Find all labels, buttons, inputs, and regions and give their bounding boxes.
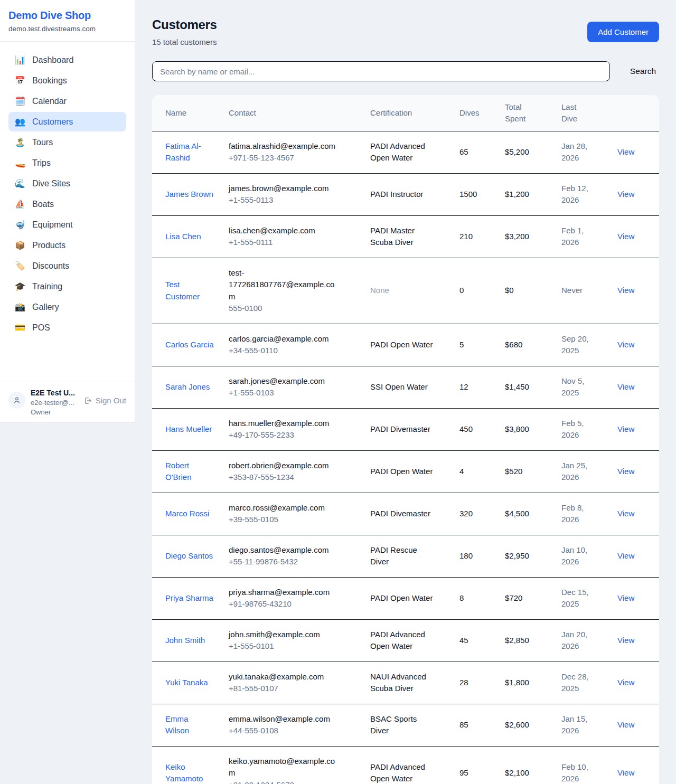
customer-total-spent: $2,600 [505,720,529,729]
shop-domain: demo.test.divestreams.com [8,25,126,33]
sidebar-item-dashboard[interactable]: 📊 Dashboard [8,50,126,70]
customer-dives: 95 [459,768,468,777]
customer-dives: 65 [459,147,468,156]
user-section: E2E Test U... e2e-tester@... Owner Sign … [0,382,135,422]
customer-certification: PADI Advanced Open Water [370,140,435,164]
sidebar-item-pos[interactable]: 💳 POS [8,318,126,337]
customer-last-dive: Dec 28, 2025 [561,671,595,695]
table-row: Test Customer test-1772681807767@example… [152,258,659,324]
search-button[interactable]: Search [630,67,656,76]
sidebar-item-calendar[interactable]: 🗓️ Calendar [8,91,126,111]
table-row: Carlos Garcia carlos.garcia@example.com … [152,324,659,366]
customer-phone: +81-555-0107 [229,683,366,695]
customer-name-link[interactable]: Carlos Garcia [165,339,214,351]
sidebar-item-training[interactable]: 🎓 Training [8,277,126,296]
sidebar-item-bookings[interactable]: 📅 Bookings [8,71,126,90]
customer-total-spent: $520 [505,467,522,476]
customer-name-link[interactable]: Test Customer [165,279,214,303]
column-header-name: Name [152,95,229,131]
customer-name-link[interactable]: Yuki Tanaka [165,677,208,689]
customer-name-link[interactable]: Diego Santos [165,550,213,562]
customer-certification: PADI Instructor [370,188,424,201]
customer-last-dive: Jan 10, 2026 [561,544,595,568]
customer-email: carlos.garcia@example.com [229,333,341,345]
customer-total-spent: $1,450 [505,382,529,391]
customer-dives: 5 [459,340,464,349]
page-title: Customers [152,17,217,32]
customer-name-link[interactable]: Hans Mueller [165,423,212,436]
add-customer-button[interactable]: Add Customer [587,22,659,42]
customer-dives: 210 [459,232,473,241]
sidebar-item-discounts[interactable]: 🏷️ Discounts [8,256,126,276]
customer-certification: PADI Open Water [370,339,433,351]
sidebar-item-tours[interactable]: 🏝️ Tours [8,133,126,152]
sidebar-item-dive-sites[interactable]: 🌊 Dive Sites [8,174,126,193]
customer-name-link[interactable]: James Brown [165,188,213,201]
user-name: E2E Test U... [31,389,78,397]
customer-certification: PADI Open Water [370,466,433,478]
customer-last-dive: Feb 5, 2026 [561,418,595,441]
view-link[interactable]: View [617,190,634,199]
view-link[interactable]: View [617,424,634,433]
avatar [8,392,25,409]
customer-certification: PADI Divemaster [370,423,430,436]
customer-total-spent: $5,200 [505,147,529,156]
customer-name-link[interactable]: Priya Sharma [165,592,213,604]
table-row: James Brown james.brown@example.com +1-5… [152,173,659,215]
customer-certification: PADI Master Scuba Diver [370,225,435,249]
sign-out-button[interactable]: Sign Out [83,396,126,405]
customer-name-link[interactable]: Fatima Al-Rashid [165,140,214,164]
sidebar-item-boats[interactable]: ⛵ Boats [8,194,126,214]
view-link[interactable]: View [617,678,634,687]
customer-name-link[interactable]: John Smith [165,635,205,647]
customer-total-spent: $2,100 [505,768,529,777]
customer-email: marco.rossi@example.com [229,502,341,514]
customer-total-spent: $4,500 [505,509,529,518]
view-link[interactable]: View [617,467,634,476]
customer-total-spent: $1,800 [505,678,529,687]
customer-name-link[interactable]: Sarah Jones [165,381,210,393]
customer-name-link[interactable]: Emma Wilson [165,713,214,737]
view-link[interactable]: View [617,509,634,518]
customer-total-spent: $3,200 [505,232,529,241]
sidebar-item-equipment[interactable]: 🤿 Equipment [8,215,126,234]
customer-phone: +1-555-0113 [229,194,366,206]
customer-total-spent: $2,850 [505,636,529,645]
customer-total-spent: $0 [505,286,514,295]
customer-total-spent: $3,800 [505,424,529,433]
column-header-total-spent: Total Spent [505,95,561,131]
table-row: Sarah Jones sarah.jones@example.com +1-5… [152,366,659,408]
customer-phone: +55-11-99876-5432 [229,556,366,568]
customer-email: diego.santos@example.com [229,544,341,556]
view-link[interactable]: View [617,382,634,391]
customer-name-link[interactable]: Keiko Yamamoto [165,761,214,784]
search-input[interactable] [152,61,610,81]
sidebar-item-products[interactable]: 📦 Products [8,235,126,255]
view-link[interactable]: View [617,147,634,156]
customer-name-link[interactable]: Marco Rossi [165,508,209,520]
customer-name-link[interactable]: Robert O'Brien [165,460,214,484]
table-row: Fatima Al-Rashid fatima.alrashid@example… [152,131,659,173]
view-link[interactable]: View [617,551,634,560]
sidebar-item-gallery[interactable]: 📸 Gallery [8,297,126,317]
view-link[interactable]: View [617,340,634,349]
view-link[interactable]: View [617,286,634,295]
view-link[interactable]: View [617,768,634,777]
customer-last-dive: Jan 28, 2026 [561,140,595,164]
sidebar-item-customers[interactable]: 👥 Customers [8,112,126,131]
view-link[interactable]: View [617,720,634,729]
customer-name-link[interactable]: Lisa Chen [165,231,201,243]
sidebar-item-trips[interactable]: 🚤 Trips [8,153,126,173]
customer-email: james.brown@example.com [229,183,341,195]
customer-dives: 320 [459,509,473,518]
customer-phone: +44-555-0108 [229,725,366,737]
customers-table: Name Contact Certification Dives Total S… [152,95,659,784]
customer-total-spent: $1,200 [505,190,529,199]
customer-last-dive: Jan 20, 2026 [561,629,595,653]
customer-dives: 450 [459,424,473,433]
customer-email: hans.mueller@example.com [229,418,341,430]
view-link[interactable]: View [617,232,634,241]
view-link[interactable]: View [617,593,634,602]
customer-email: lisa.chen@example.com [229,225,341,237]
view-link[interactable]: View [617,636,634,645]
